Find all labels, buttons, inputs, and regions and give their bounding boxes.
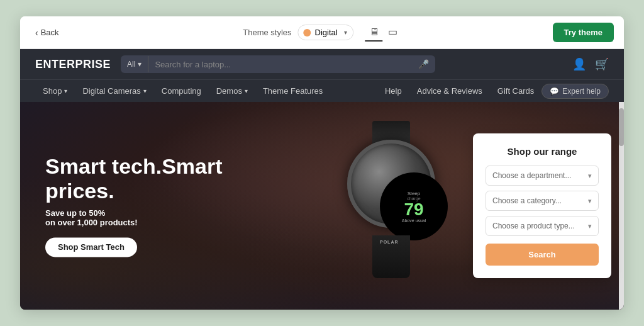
desktop-icon[interactable]: 🖥 [365, 24, 383, 42]
hero-title: Smart tech.Smart prices. [45, 154, 259, 203]
nav-shop-label: Shop [43, 86, 62, 96]
nav-computing-label: Computing [162, 86, 201, 96]
theme-color-dot [304, 29, 311, 37]
back-label: Back [41, 28, 59, 37]
nav-theme-features-label: Theme Features [263, 86, 323, 96]
search-input[interactable] [148, 56, 412, 73]
product-type-placeholder: Choose a product type... [492, 222, 575, 230]
category-dropdown[interactable]: Choose a category... ▾ [486, 191, 599, 211]
shop-range-panel: Shop our range Choose a department... ▾ … [473, 133, 611, 278]
try-theme-button[interactable]: Try theme [553, 23, 614, 42]
nav-gift-cards-label: Gift Cards [497, 86, 535, 96]
scrollbar-thumb[interactable] [619, 108, 624, 146]
theme-styles-section: Theme styles Digital ▾ 🖥 ▭ [243, 23, 401, 42]
nav-item-digital-cameras[interactable]: Digital Cameras ▾ [75, 80, 153, 102]
product-type-chevron-icon: ▾ [588, 222, 592, 230]
watch-sleep-label: Sleep [408, 191, 420, 196]
hero-cta-button[interactable]: Shop Smart Tech [45, 238, 137, 257]
nav-item-help[interactable]: Help [377, 80, 409, 102]
nav-advice-label: Advice & Reviews [417, 86, 482, 96]
hero-subtitle: Save up to 50% on over 1,000 products! [45, 209, 259, 228]
microphone-icon[interactable]: 🎤 [412, 55, 435, 73]
scrollbar[interactable] [619, 102, 624, 310]
nav-item-gift-cards[interactable]: Gift Cards [490, 80, 542, 102]
hero-subtitle-line1: Save up to 50% [45, 209, 105, 218]
nav-item-demos[interactable]: Demos ▾ [209, 80, 255, 102]
browser-window: ‹ Back Theme styles Digital ▾ 🖥 ▭ Try th… [20, 16, 624, 310]
top-bar: ‹ Back Theme styles Digital ▾ 🖥 ▭ Try th… [20, 16, 624, 49]
search-bar: All ▾ 🎤 [121, 55, 435, 73]
hero-watch-image: Sleep charge 79 Above usual POLAR [322, 121, 460, 291]
store-header: ENTERPRISE All ▾ 🎤 👤 🛒 [20, 49, 624, 79]
department-placeholder: Choose a department... [492, 171, 571, 180]
watch-case: Sleep charge 79 Above usual [347, 140, 435, 228]
nav-help-label: Help [385, 86, 402, 96]
device-icons: 🖥 ▭ [365, 23, 401, 42]
cart-icon[interactable]: 🛒 [595, 57, 609, 71]
hero-subtitle-line2: on over 1,000 products! [45, 218, 138, 228]
search-category-dropdown[interactable]: All ▾ [121, 56, 148, 72]
nav-item-theme-features[interactable]: Theme Features [255, 80, 330, 102]
back-button[interactable]: ‹ Back [30, 25, 64, 40]
expert-help-icon: 💬 [550, 87, 559, 96]
header-icons: 👤 🛒 [572, 57, 609, 71]
watch-number: 79 [404, 201, 423, 218]
back-chevron-icon: ‹ [35, 28, 38, 38]
expert-help-label: Expert help [562, 87, 601, 96]
product-type-dropdown[interactable]: Choose a product type... ▾ [486, 216, 599, 236]
shop-range-title: Shop our range [486, 146, 599, 157]
watch-brand-label: POLAR [380, 240, 399, 244]
theme-dropdown-chevron-icon: ▾ [344, 29, 347, 36]
watch-body: Sleep charge 79 Above usual POLAR [328, 121, 454, 278]
nav-demos-label: Demos [216, 86, 242, 96]
nav-digital-cameras-arrow-icon: ▾ [143, 87, 147, 94]
nav-item-computing[interactable]: Computing [154, 80, 209, 102]
hero-section: Smart tech.Smart prices. Save up to 50% … [20, 102, 624, 310]
store-logo: ENTERPRISE [35, 58, 111, 71]
department-chevron-icon: ▾ [588, 172, 592, 180]
nav-demos-arrow-icon: ▾ [245, 87, 248, 94]
nav-bar: Shop ▾ Digital Cameras ▾ Computing Demos… [20, 79, 624, 102]
theme-name: Digital [315, 28, 338, 37]
nav-item-shop[interactable]: Shop ▾ [35, 80, 75, 102]
watch-status: Above usual [402, 218, 426, 223]
theme-styles-label: Theme styles [243, 28, 291, 37]
nav-shop-arrow-icon: ▾ [64, 87, 67, 94]
category-chevron-icon: ▾ [588, 197, 592, 205]
category-placeholder: Choose a category... [492, 196, 562, 205]
hero-content: Smart tech.Smart prices. Save up to 50% … [45, 154, 259, 257]
expert-help-button[interactable]: 💬 Expert help [541, 84, 609, 99]
user-icon[interactable]: 👤 [572, 57, 586, 71]
shop-range-search-button[interactable]: Search [486, 244, 599, 266]
theme-dropdown[interactable]: Digital ▾ [298, 25, 354, 40]
search-category-label: All [127, 60, 135, 69]
nav-digital-cameras-label: Digital Cameras [82, 86, 140, 96]
watch-screen: Sleep charge 79 Above usual [380, 172, 448, 240]
nav-item-advice[interactable]: Advice & Reviews [409, 80, 490, 102]
search-category-chevron-icon: ▾ [138, 60, 142, 69]
department-dropdown[interactable]: Choose a department... ▾ [486, 166, 599, 186]
tablet-icon[interactable]: ▭ [384, 23, 401, 42]
